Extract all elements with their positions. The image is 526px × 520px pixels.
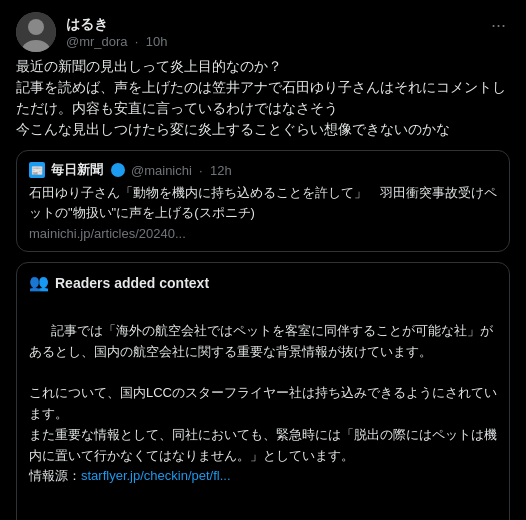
context-header: 👥 Readers added context bbox=[29, 273, 497, 292]
context-link[interactable]: starflyer.jp/checkin/pet/fl... bbox=[81, 468, 231, 483]
quoted-username: @mainichi · 12h bbox=[131, 163, 232, 178]
svg-point-1 bbox=[28, 19, 44, 35]
user-info: はるき @mr_dora · 10h bbox=[66, 16, 167, 49]
verified-badge bbox=[111, 163, 125, 177]
quoted-tweet[interactable]: 📰 毎日新聞 @mainichi · 12h 石田ゆり子さん「動物を機内に持ち込… bbox=[16, 150, 510, 252]
tweet-header-left: はるき @mr_dora · 10h bbox=[16, 12, 167, 52]
context-box: 👥 Readers added context 記事では「海外の航空会社ではペッ… bbox=[16, 262, 510, 520]
tweet-time[interactable]: 10h bbox=[146, 34, 168, 49]
tweet: はるき @mr_dora · 10h ··· 最近の新聞の見出しって炎上目的なの… bbox=[0, 0, 526, 520]
tweet-text: 最近の新聞の見出しって炎上目的なのか？ 記事を読めば、声を上げたのは笠井アナで石… bbox=[16, 56, 510, 140]
context-body: 記事では「海外の航空会社ではペットを客室に同伴することが可能な社」があるとし、国… bbox=[29, 300, 497, 508]
context-title: Readers added context bbox=[55, 275, 209, 291]
display-name[interactable]: はるき bbox=[66, 16, 167, 34]
tweet-header: はるき @mr_dora · 10h ··· bbox=[16, 12, 510, 52]
username[interactable]: @mr_dora bbox=[66, 34, 128, 49]
more-options-icon[interactable]: ··· bbox=[487, 12, 510, 38]
username-time: @mr_dora · 10h bbox=[66, 34, 167, 49]
quoted-link[interactable]: mainichi.jp/articles/20240... bbox=[29, 226, 497, 241]
quoted-source-name: 毎日新聞 bbox=[51, 161, 103, 179]
avatar[interactable] bbox=[16, 12, 56, 52]
helpful-bar: Do you find this helpful? Rate it bbox=[29, 516, 497, 520]
readers-icon: 👥 bbox=[29, 273, 49, 292]
quoted-header: 📰 毎日新聞 @mainichi · 12h bbox=[29, 161, 497, 179]
quoted-text: 石田ゆり子さん「動物を機内に持ち込めることを許して」 羽田衝突事故受けペットの"… bbox=[29, 183, 497, 222]
newspaper-icon: 📰 bbox=[29, 162, 45, 178]
